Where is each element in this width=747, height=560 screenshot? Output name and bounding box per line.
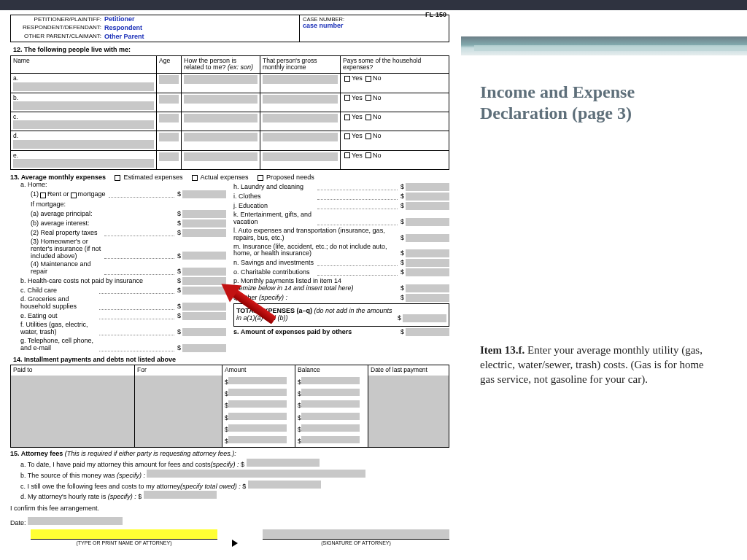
household-table: Name Age How the person is related to me… <box>10 55 449 171</box>
checkbox-icon[interactable] <box>344 76 350 82</box>
other-parent-value: Other Parent <box>104 34 144 41</box>
section-14: 14. Installment payments and debts not l… <box>10 357 449 448</box>
form-code: FL-150 <box>425 12 446 19</box>
sidebar: Income and Expense Declaration (page 3) … <box>480 82 721 386</box>
decor-strip-2 <box>474 45 747 51</box>
petitioner-value: Petitioner <box>104 16 135 23</box>
triangle-icon <box>232 540 238 547</box>
slide-title: Income and Expense Declaration (page 3) <box>480 82 721 124</box>
checkbox-icon[interactable] <box>115 175 120 181</box>
section-12: 12. The following people live with me: N… <box>10 47 449 170</box>
top-bar <box>0 0 747 10</box>
respondent-value: Respondent <box>104 25 142 32</box>
section-13: 13. Average monthly expenses Estimated e… <box>10 174 449 353</box>
slide-body: Item 13.f. Enter your average monthly ut… <box>480 343 721 387</box>
case-number-value: case number <box>303 23 446 30</box>
attorney-name-line[interactable]: (TYPE OR PRINT NAME OF ATTORNEY) <box>20 529 217 547</box>
checkbox-icon[interactable] <box>365 76 371 82</box>
debts-table: Paid toForAmountBalanceDate of last paym… <box>10 365 449 447</box>
form-fl150: FL-150 PETITIONER/PLAINTIFF:Petitioner R… <box>10 15 449 548</box>
case-header: PETITIONER/PLAINTIFF:Petitioner RESPONDE… <box>10 15 449 42</box>
section-12-title: 12. The following people live with me: <box>13 47 449 54</box>
section-15: 15. Attorney fees (This is required if e… <box>10 451 449 548</box>
attorney-signature-line[interactable]: (SIGNATURE OF ATTORNEY) <box>252 529 449 547</box>
item-ref: Item 13.f. <box>480 344 525 356</box>
